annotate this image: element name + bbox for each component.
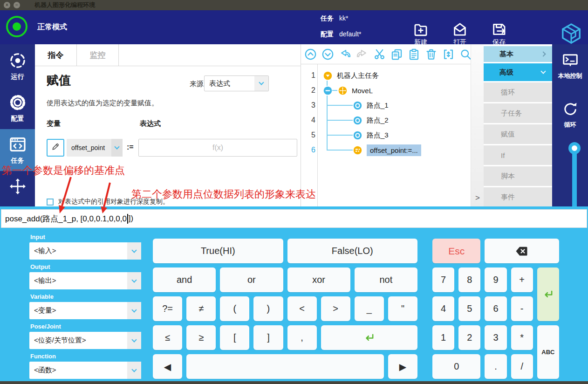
keyboard-dropdown[interactable]: <函数> [29,362,141,379]
key-enter[interactable] [321,325,417,350]
key-true-hi[interactable]: True(HI) [153,239,283,263]
key-minus[interactable]: - [511,296,533,321]
panel-tab[interactable]: 监控 [77,44,119,66]
key-underscore[interactable]: _ [355,296,384,321]
tree-node-label: 路点_3 [367,131,389,140]
cut-icon[interactable] [373,48,386,61]
key-less-than[interactable]: < [287,296,317,321]
copy-icon[interactable] [390,48,403,61]
tree-row[interactable]: 4 路点_2 [301,113,471,128]
key-numpad-enter[interactable] [537,267,559,321]
keyboard-dropdown[interactable]: <输入> [29,242,141,260]
key-abc[interactable]: ABC [537,325,559,379]
key-2[interactable]: 2 [458,325,480,350]
key-9[interactable]: 9 [485,267,506,292]
key-slash[interactable]: / [511,354,533,379]
key-false-lo[interactable]: False(LO) [287,239,418,263]
key-paren-close[interactable]: ) [253,296,283,321]
paste-icon[interactable] [408,48,420,61]
keyboard-dropdowns: Input <输入> Output <输出> Variable [29,233,141,383]
move-down-icon[interactable] [321,48,334,61]
key-cursor-right[interactable]: ▶ [388,354,417,379]
sidebar-item[interactable]: 运行 [0,45,35,87]
key-6[interactable]: 6 [485,296,506,321]
key-esc[interactable]: Esc [432,239,480,263]
category-item[interactable]: 赋值 [484,124,552,144]
category-group[interactable]: 基本 [484,46,552,62]
key-1[interactable]: 1 [432,325,454,350]
insert-icon[interactable] [442,48,455,61]
tree-row[interactable]: 2 MoveL [301,83,471,98]
key-bracket-open[interactable]: [ [220,325,249,350]
undo-icon[interactable] [339,48,351,61]
header-action-button[interactable]: 打开 [444,21,475,47]
header-action-button[interactable]: 保存 [484,21,514,47]
key-greater-equal[interactable]: ≥ [186,325,216,350]
task-info: 任务 kk* [321,14,348,23]
key-and[interactable]: and [153,267,216,292]
category-item[interactable]: 子任务 [484,103,552,123]
deep-copy-checkbox[interactable] [47,199,54,206]
key-assign-query[interactable]: ?= [153,296,182,321]
tree-row[interactable]: 6 offset_point:=... [301,143,471,158]
search-icon[interactable] [459,48,472,61]
window-close-button[interactable]: × [4,2,10,8]
key-greater-than[interactable]: > [321,296,350,321]
edit-variable-button[interactable] [47,139,64,157]
category-group[interactable]: 高级 [484,63,552,81]
expand-panel-button[interactable]: > [475,193,480,203]
source-select-value: 表达式 [205,79,254,88]
key-7[interactable]: 7 [432,267,454,292]
key-or[interactable]: or [220,267,283,292]
keyboard-dropdown[interactable]: <输出> [29,272,141,289]
speed-slider-handle[interactable] [568,142,581,154]
right-bar-item[interactable]: 循环 [552,101,588,129]
keyboard-dropdown[interactable]: <变量> [29,302,141,319]
sidebar-item[interactable]: 任务 [0,129,35,171]
key-plus[interactable]: + [511,267,533,292]
key-quote[interactable]: " [388,296,417,321]
key-not[interactable]: not [355,267,417,292]
key-dot[interactable]: . [485,354,506,379]
key-4[interactable]: 4 [432,296,454,321]
category-item[interactable]: 循环 [484,82,552,102]
category-item[interactable]: If [484,145,552,165]
right-bar-item[interactable]: 本地控制 [552,52,588,80]
key-space[interactable] [186,354,384,379]
move-up-icon[interactable] [304,48,317,61]
key-comma[interactable]: , [287,325,317,350]
key-bracket-close[interactable]: ] [253,325,283,350]
header-action-button[interactable]: 新建 [405,21,436,47]
key-3[interactable]: 3 [485,325,506,350]
tree-row[interactable]: 3 路点_1 [301,98,471,113]
tree-node-label: MoveL [352,87,373,95]
tree-row[interactable]: 5 路点_3 [301,128,471,143]
variable-select[interactable]: offset_point [67,139,123,157]
terminal-icon [562,52,579,69]
key-paren-open[interactable]: ( [220,296,249,321]
sidebar-item[interactable]: 配置 [0,87,35,129]
key-5[interactable]: 5 [458,296,480,321]
key-less-equal[interactable]: ≤ [153,325,182,350]
key-cursor-left[interactable]: ◀ [153,354,182,379]
delete-icon[interactable] [425,48,438,61]
key-xor[interactable]: xor [287,267,350,292]
category-item[interactable]: 事件 [484,187,552,207]
source-select[interactable]: 表达式 [204,75,269,91]
redo-icon[interactable] [356,48,369,61]
expression-editor-field[interactable]: pose_add(路点_1_p, [0,0,0.1,0,0,0]) [1,209,587,228]
key-star[interactable]: * [511,325,533,350]
key-not-equal[interactable]: ≠ [186,296,216,321]
tree-row[interactable]: 1 机器人主任务 [301,68,471,83]
speed-slider-track[interactable] [572,148,577,212]
key-8[interactable]: 8 [458,267,480,292]
category-item[interactable]: 脚本 [484,166,552,186]
window-minimize-button[interactable]: − [14,2,20,8]
expression-input[interactable] [138,139,297,157]
keyboard-dropdown[interactable]: <位姿/关节位置> [29,332,141,349]
mode-label: 正常模式 [37,22,67,32]
key-0[interactable]: 0 [432,354,480,379]
key-backspace[interactable] [485,239,559,263]
panel-tab[interactable]: 指令 [35,44,77,66]
tree-node-label: offset_point:=... [367,144,421,156]
